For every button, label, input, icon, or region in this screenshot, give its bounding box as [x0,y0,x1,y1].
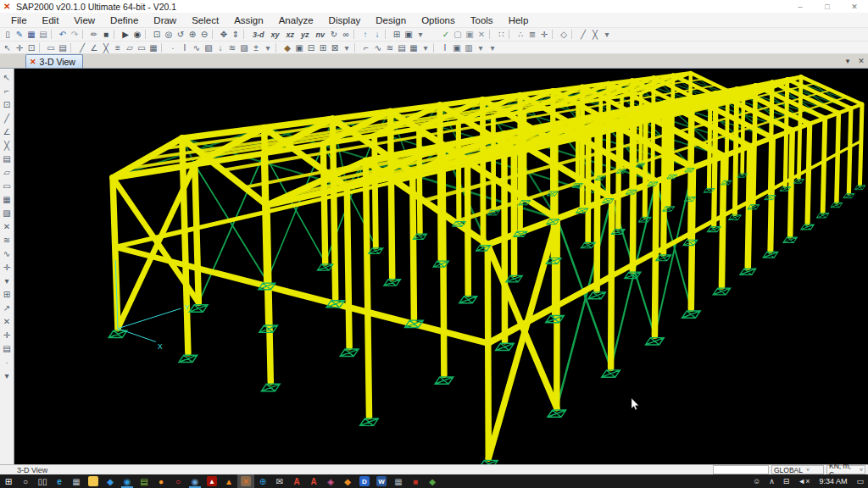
move-up-gridline-icon[interactable]: ↑ [359,28,371,41]
display-tables-icon[interactable]: ▦ [408,42,420,54]
design-options-icon[interactable]: ▣ [451,42,463,54]
word-icon[interactable]: W [373,474,390,488]
design-combo-icon[interactable]: ▥ [463,42,475,54]
d-app-icon[interactable]: D [356,474,373,488]
quick-draw-braces-icon[interactable]: ╳ [100,42,112,54]
skype-icon[interactable]: ◉ [119,474,136,488]
view-xz-button[interactable]: xz [283,30,298,39]
autocad-a-icon[interactable]: A [288,474,305,488]
draw-dev-load-icon[interactable]: ≋ [1,233,14,247]
open-file-icon[interactable]: ✎ [14,28,25,41]
menu-tools[interactable]: Tools [463,14,501,26]
paste-icon[interactable]: ▣ [464,28,476,41]
run-analysis-icon[interactable]: ▶ [120,28,131,41]
mail-icon[interactable]: ✉ [271,474,288,488]
quick-draw-secondary-beams-icon[interactable]: ▤ [1,152,14,165]
restore-button[interactable]: □ [814,0,841,13]
grid-edit-icon[interactable]: ⊞ [1,287,14,301]
undo-icon[interactable]: ↶ [57,28,69,41]
assign-diamond-icon[interactable]: ◇ [558,28,570,41]
rotate-3d-view-icon[interactable]: ↻ [328,28,340,41]
quick-draw-area-icon[interactable]: ▦ [147,42,159,54]
assign-joint-load-icon[interactable]: ↓ [214,42,226,54]
assign-frame-icon[interactable]: I [179,42,191,54]
units-select[interactable]: KN, m, C ˅ [826,465,865,474]
move-down-gridline-icon[interactable]: ↓ [371,28,383,41]
view-xy-button[interactable]: xy [268,30,283,39]
task-view-icon[interactable]: ▯▯ [34,474,51,488]
minimize-button[interactable]: – [787,0,814,13]
coordinate-system-select[interactable]: GLOBAL ˅ [771,465,824,474]
assign-more-dropdown-icon[interactable]: ▾ [262,42,274,54]
object-shrink-toggle-icon[interactable]: ⊞ [391,28,403,41]
autocad-b-icon[interactable]: A [305,474,322,488]
draw-frame-tool-icon[interactable]: ╱ [1,111,14,125]
menu-file[interactable]: File [3,14,35,26]
snap-ends-midpoints-icon[interactable]: ✛ [1,260,14,274]
draw-rect-area-tool-icon[interactable]: ▭ [1,179,14,192]
file-explorer-icon[interactable] [85,474,102,488]
orange-app-icon[interactable]: ◆ [339,474,356,488]
pan-icon[interactable]: ✥ [218,28,230,41]
refresh-window-icon[interactable]: ✏ [88,28,100,41]
assign-joint-icon[interactable]: ∙ [167,42,179,54]
select-window-icon[interactable]: ⌐ [1,84,14,97]
print-icon[interactable]: ▤ [37,28,49,41]
save-model-icon[interactable]: ▦ [25,28,37,41]
define-load-patterns-icon[interactable]: ⊟ [305,42,317,54]
more-display-dropdown-icon[interactable]: ▾ [415,28,426,41]
menu-select[interactable]: Select [184,14,226,26]
action-center-icon[interactable]: ▭ [852,477,868,485]
draw-poly-area-tool-icon[interactable]: ▱ [1,165,14,179]
menu-edit[interactable]: Edit [35,14,67,26]
quick-snap-icon[interactable]: ↗ [1,301,14,314]
volume-muted-icon[interactable]: ◄× [793,477,814,485]
more-tools-dropdown-icon[interactable]: ▾ [1,369,14,382]
draw-poly-area-icon[interactable]: ▱ [124,42,136,54]
quick-draw-area-tool-icon[interactable]: ▦ [1,192,14,206]
windowing-tool-icon[interactable]: ▭ [45,42,57,54]
stamp-tool-icon[interactable]: ∙ [1,355,14,369]
menu-draw[interactable]: Draw [146,14,184,26]
copy-icon[interactable]: ▢ [452,28,464,41]
delete-icon[interactable]: ✕ [476,28,487,41]
draw-rect-area-icon[interactable]: ▭ [136,42,147,54]
quick-draw-frame-tool-icon[interactable]: ∠ [1,125,14,138]
store-icon[interactable]: ▦ [68,474,85,488]
cortana-search-icon[interactable]: ○ [17,474,34,488]
notes-app-icon[interactable]: ▤ [136,474,153,488]
tab-close-icon[interactable]: ✕ [854,57,868,65]
lock-model-icon[interactable]: ■ [100,28,112,41]
vlc-icon[interactable]: ▲ [220,474,237,488]
frame-design-icon[interactable]: I [439,42,451,54]
firefox-icon[interactable]: ● [153,474,170,488]
reshape-object-icon[interactable]: ✛ [14,42,25,54]
snap-perpendicular-icon[interactable]: ✛ [538,28,550,41]
acrobat-icon[interactable]: ▲ [203,474,220,488]
redo-icon[interactable]: ↷ [69,28,81,41]
snap-dropdown-icon[interactable]: ▾ [1,274,14,287]
menu-help[interactable]: Help [501,14,537,26]
show-forces-icon[interactable]: ≋ [384,42,396,54]
zoom-out-icon[interactable]: ⊖ [198,28,210,41]
rubber-band-zoom-icon[interactable]: ⊡ [151,28,163,41]
quick-draw-secondary-icon[interactable]: ≡ [112,42,124,54]
model-viewport-canvas[interactable]: YX [14,69,868,464]
draw-frame-icon[interactable]: ╱ [76,42,88,54]
new-model-icon[interactable]: ▯ [2,28,14,41]
quick-draw-braces-tool-icon[interactable]: ╳ [1,138,14,152]
green-app-icon[interactable]: ◆ [424,474,441,488]
chrome-icon[interactable]: ◉ [186,474,203,488]
taskbar-clock[interactable]: 9:34 AM [814,477,852,485]
start-button-icon[interactable]: ⊞ [0,474,17,488]
show-named-display-icon[interactable]: ▤ [396,42,408,54]
photos-app-icon[interactable]: ◆ [102,474,119,488]
interactive-database-icon[interactable]: ∷ [495,28,507,41]
define-more-dropdown-icon[interactable]: ▾ [341,42,353,54]
define-load-cases-icon[interactable]: ⊞ [317,42,329,54]
tab-list-dropdown-icon[interactable]: ▾ [841,57,854,65]
draw-joint-icon[interactable]: ⊡ [25,42,37,54]
design-more-b-dropdown-icon[interactable]: ▾ [487,42,498,54]
define-sections-icon[interactable]: ▣ [293,42,305,54]
assign-area-load-icon[interactable]: ▨ [238,42,250,54]
